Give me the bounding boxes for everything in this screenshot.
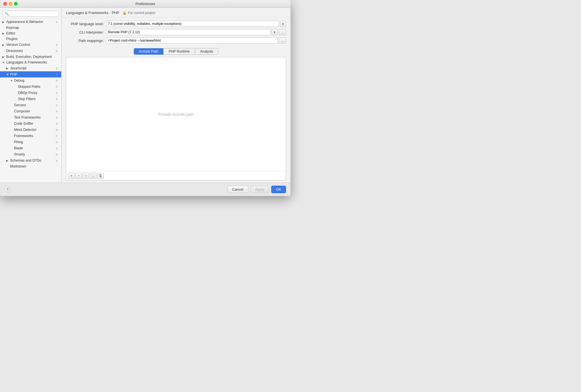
tab-include-path[interactable]: Include Path — [134, 48, 164, 55]
php-level-dropdown-btn[interactable]: ⬍ — [280, 21, 286, 27]
sidebar-item-label-servers: Servers — [14, 103, 55, 107]
settings-form: PHP language level: 7.1 (const visibilit… — [62, 17, 290, 48]
sidebar-item-arrow-schemas-dtds: ▶ — [6, 159, 10, 162]
sidebar-item-dbgp-proxy[interactable]: DBGp Proxy⎘ — [0, 90, 61, 96]
sidebar-item-icon-dbgp-proxy: ⎘ — [55, 91, 59, 95]
sidebar-item-step-filters[interactable]: Step Filters⎘ — [0, 96, 61, 102]
tab-php-runtime[interactable]: PHP Runtime — [164, 48, 195, 55]
sidebar-item-javascript[interactable]: ▶JavaScript⎘ — [0, 65, 61, 71]
tab-analysis[interactable]: Analysis — [195, 48, 218, 55]
cli-more-btn[interactable]: ... — [279, 29, 286, 35]
sidebar-item-phing[interactable]: Phing⎘ — [0, 139, 61, 145]
move-up-button[interactable]: ↑ — [82, 173, 89, 179]
traffic-lights — [3, 2, 18, 6]
sidebar-item-label-lang-frameworks: Languages & Frameworks — [6, 60, 59, 64]
breadcrumb: Languages & Frameworks › PHP 🔒 For curre… — [62, 8, 290, 17]
sidebar-item-frameworks[interactable]: Frameworks⎘ — [0, 133, 61, 139]
sidebar-item-label-phing: Phing — [14, 140, 55, 144]
sidebar-item-label-smarty: Smarty — [14, 152, 55, 156]
path-mappings-more-btn[interactable]: ... — [279, 37, 286, 44]
sidebar-item-label-markdown: Markdown — [10, 164, 59, 168]
sidebar-item-icon-debug: ⎘ — [55, 78, 59, 83]
sidebar-item-label-debug: Debug — [14, 79, 55, 82]
minimize-button[interactable] — [9, 2, 12, 6]
sidebar-item-label-directories: Directories — [6, 49, 55, 53]
sidebar-item-icon-code-sniffer: ⎘ — [55, 121, 59, 126]
title-bar: Preferences — [0, 0, 290, 8]
sidebar-item-label-blade: Blade — [14, 146, 55, 150]
sidebar-item-icon-skipped-paths: ⎘ — [55, 84, 59, 89]
project-label: For current project — [128, 11, 155, 15]
cli-label: CLI Interpreter: — [66, 30, 104, 34]
sidebar-item-icon-directories: ⎘ — [55, 49, 59, 53]
sidebar-item-lang-frameworks[interactable]: ▼Languages & Frameworks — [0, 60, 61, 65]
sidebar-item-blade[interactable]: Blade⎘ — [0, 145, 61, 151]
add-path-button[interactable]: + — [68, 173, 75, 179]
sidebar-item-arrow-build: ▶ — [2, 55, 6, 58]
sidebar-item-label-plugins: Plugins — [6, 37, 59, 41]
sidebar-item-icon-javascript: ⎘ — [55, 66, 59, 70]
sidebar-item-test-frameworks[interactable]: Test Frameworks⎘ — [0, 114, 61, 121]
sidebar-item-servers[interactable]: Servers⎘ — [0, 102, 61, 108]
include-path-panel: Provide include path + − ↑ ↓ ⇅ — [66, 57, 286, 180]
sidebar-item-arrow-editor: ▶ — [2, 32, 6, 35]
ok-button[interactable]: OK — [271, 186, 286, 193]
sidebar-item-arrow-debug: ▼ — [10, 79, 14, 82]
sidebar-items-container: ▶Appearance & Behavior⎘Keymap▶EditorPlug… — [0, 19, 61, 169]
search-input[interactable] — [2, 11, 59, 17]
apply-button[interactable]: Apply — [251, 186, 269, 193]
sidebar-item-icon-step-filters: ⎘ — [55, 97, 59, 101]
sidebar-item-plugins[interactable]: Plugins — [0, 36, 61, 42]
breadcrumb-arrow: › — [110, 11, 111, 15]
sidebar-item-icon-version-control: ⎘ — [55, 42, 59, 47]
include-path-content: Provide include path — [66, 57, 286, 171]
sidebar-item-editor[interactable]: ▶Editor — [0, 30, 61, 36]
sidebar-item-build[interactable]: ▶Build, Execution, Deployment — [0, 54, 61, 60]
sidebar-item-icon-servers: ⎘ — [55, 103, 59, 107]
sidebar-item-keymap[interactable]: Keymap — [0, 25, 61, 30]
sidebar-item-label-code-sniffer: Code Sniffer — [14, 122, 55, 126]
sidebar-item-code-sniffer[interactable]: Code Sniffer⎘ — [0, 121, 61, 127]
content-area: Languages & Frameworks › PHP 🔒 For curre… — [62, 8, 290, 183]
sidebar-item-composer[interactable]: Composer⎘ — [0, 108, 61, 114]
sidebar-item-php[interactable]: ▼PHP⎘ — [0, 71, 61, 77]
help-button[interactable]: ? — [4, 186, 11, 193]
cli-dropdown-btn[interactable]: ⬍ — [271, 29, 278, 35]
sidebar-item-version-control[interactable]: ▶Version Control⎘ — [0, 42, 61, 48]
sidebar-item-icon-composer: ⎘ — [55, 109, 59, 114]
breadcrumb-part2: PHP — [112, 11, 119, 15]
sort-button[interactable]: ⇅ — [97, 173, 104, 179]
sidebar-item-markdown[interactable]: Markdown — [0, 164, 61, 169]
search-bar — [0, 9, 61, 19]
sidebar-item-mess-detector[interactable]: Mess Detector⎘ — [0, 127, 61, 133]
sidebar-item-debug[interactable]: ▼Debug⎘ — [0, 77, 61, 84]
cli-interpreter-row: CLI Interpreter: Remote PHP (7.2.12) ⬍ .… — [66, 29, 286, 35]
sidebar-item-icon-php: ⎘ — [55, 72, 59, 77]
sidebar-item-label-php: PHP — [10, 72, 55, 76]
sidebar-item-appearance[interactable]: ▶Appearance & Behavior⎘ — [0, 19, 61, 25]
tabs-container: Include PathPHP RuntimeAnalysis — [62, 48, 290, 57]
remove-path-button[interactable]: − — [75, 173, 82, 179]
sidebar-item-icon-test-frameworks: ⎘ — [55, 115, 59, 120]
path-mappings-control: ... — [106, 37, 286, 44]
close-button[interactable] — [3, 2, 7, 6]
cli-select[interactable]: Remote PHP (7.2.12) — [106, 29, 270, 35]
sidebar-item-icon-appearance: ⎘ — [55, 20, 59, 24]
sidebar: ▶Appearance & Behavior⎘Keymap▶EditorPlug… — [0, 8, 62, 183]
php-level-select[interactable]: 7.1 (const visibility, nullables, multip… — [106, 21, 279, 27]
sidebar-item-skipped-paths[interactable]: Skipped Paths⎘ — [0, 84, 61, 90]
sidebar-item-label-frameworks: Frameworks — [14, 134, 55, 138]
sidebar-item-label-schemas-dtds: Schemas and DTDs — [10, 159, 55, 162]
path-mappings-input[interactable] — [106, 37, 278, 44]
sidebar-item-label-dbgp-proxy: DBGp Proxy — [18, 91, 55, 95]
sidebar-item-directories[interactable]: Directories⎘ — [0, 48, 61, 54]
maximize-button[interactable] — [14, 2, 18, 6]
sidebar-item-icon-mess-detector: ⎘ — [55, 127, 59, 132]
sidebar-item-smarty[interactable]: Smarty⎘ — [0, 151, 61, 157]
cancel-button[interactable]: Cancel — [227, 186, 248, 193]
sidebar-item-icon-smarty: ⎘ — [55, 152, 59, 157]
sidebar-item-schemas-dtds[interactable]: ▶Schemas and DTDs⎘ — [0, 157, 61, 164]
php-level-label: PHP language level: — [66, 22, 104, 26]
move-down-button[interactable]: ↓ — [90, 173, 96, 179]
window-title: Preferences — [135, 2, 155, 6]
